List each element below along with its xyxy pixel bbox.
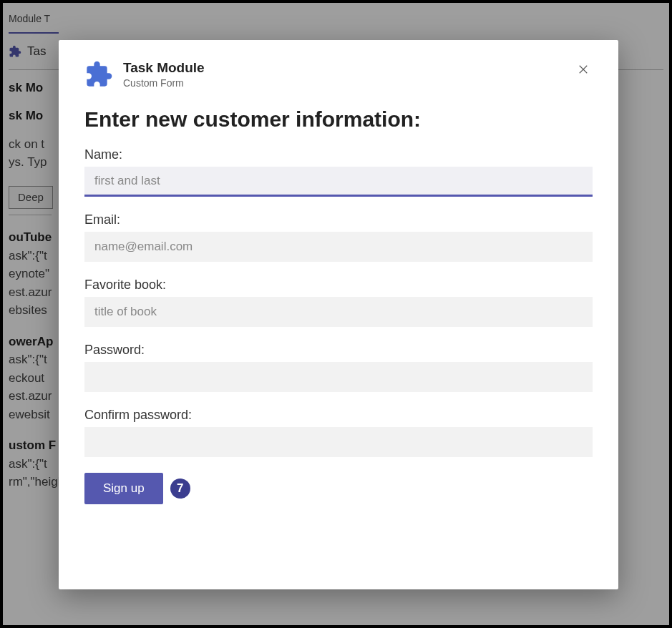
favorite-book-input[interactable]: [84, 297, 593, 327]
close-button[interactable]: [574, 60, 593, 82]
password-input[interactable]: [84, 362, 593, 392]
name-label: Name:: [84, 147, 593, 162]
confirm-password-input[interactable]: [84, 427, 593, 457]
name-input[interactable]: [84, 167, 593, 197]
email-input[interactable]: [84, 232, 593, 262]
email-label: Email:: [84, 212, 593, 227]
password-label: Password:: [84, 343, 593, 358]
signup-button[interactable]: Sign up: [84, 473, 163, 504]
task-module-dialog: Task Module Custom Form Enter new custom…: [59, 40, 618, 589]
book-label: Favorite book:: [84, 278, 593, 293]
close-icon: [577, 63, 590, 76]
callout-badge: 7: [170, 479, 190, 499]
form-heading: Enter new customer information:: [84, 107, 593, 132]
puzzle-icon: [84, 60, 113, 89]
confirm-password-label: Confirm password:: [84, 408, 593, 423]
dialog-subtitle: Custom Form: [123, 77, 205, 89]
dialog-title: Task Module: [123, 60, 205, 76]
